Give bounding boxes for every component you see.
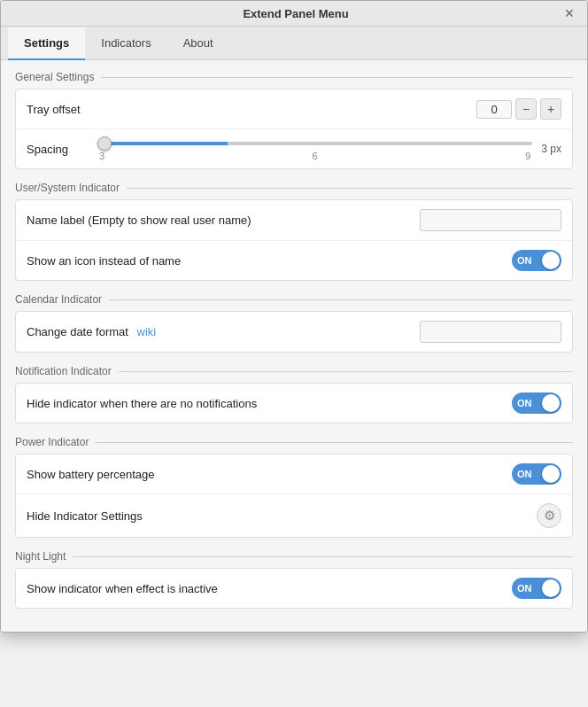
tabs-bar: Settings Indicators About: [1, 27, 587, 60]
tray-offset-input[interactable]: [476, 100, 512, 119]
tab-settings[interactable]: Settings: [8, 27, 85, 60]
general-settings-box: Tray offset − + Spacing: [15, 89, 573, 169]
app-window: Extend Panel Menu ✕ Settings Indicators …: [0, 0, 588, 633]
show-icon-toggle-track: ON: [512, 250, 561, 271]
tab-about[interactable]: About: [167, 27, 229, 60]
battery-toggle-track: ON: [512, 463, 561, 485]
notification-box: Hide indicator when there are no notific…: [15, 383, 573, 423]
show-inactive-toggle-track: ON: [512, 578, 561, 599]
tray-offset-row: Tray offset − +: [16, 89, 572, 129]
spacing-row: Spacing 3 6 9 3 px: [16, 129, 572, 168]
name-label-row: Name label (Empty to show real user name…: [16, 200, 572, 241]
power-section: Power Indicator Show battery percentage …: [15, 436, 573, 538]
slider-labels: 3 6 9: [97, 151, 532, 161]
spacing-slider[interactable]: [97, 142, 532, 145]
user-system-section: User/System Indicator Name label (Empty …: [15, 182, 573, 281]
show-inactive-toggle[interactable]: ON: [512, 578, 561, 599]
notification-header: Notification Indicator: [15, 365, 573, 377]
general-settings-header: General Settings: [15, 71, 573, 83]
close-button[interactable]: ✕: [562, 6, 576, 20]
tray-plus-button[interactable]: +: [540, 98, 561, 120]
battery-label: Show battery percentage: [27, 468, 512, 481]
hide-indicator-settings-row: Hide Indicator Settings ⚙: [16, 494, 572, 537]
date-format-row: Change date format wiki: [16, 312, 572, 352]
calendar-box: Change date format wiki: [15, 311, 573, 353]
tray-offset-label: Tray offset: [27, 103, 476, 116]
night-light-section: Night Light Show indicator when effect i…: [15, 550, 573, 609]
battery-toggle[interactable]: ON: [512, 463, 561, 485]
date-format-label: Change date format wiki: [27, 325, 420, 338]
spacing-value: 3 px: [541, 143, 561, 155]
power-header: Power Indicator: [15, 436, 573, 448]
window-title: Extend Panel Menu: [29, 7, 562, 20]
notification-section: Notification Indicator Hide indicator wh…: [15, 365, 573, 423]
calendar-header: Calendar Indicator: [15, 293, 573, 306]
show-icon-label: Show an icon instead of name: [27, 254, 512, 268]
show-inactive-row: Show indicator when effect is inactive O…: [16, 569, 572, 608]
night-light-box: Show indicator when effect is inactive O…: [15, 568, 573, 609]
hide-notification-toggle[interactable]: ON: [512, 392, 561, 414]
tray-minus-button[interactable]: −: [515, 98, 537, 120]
spacing-label: Spacing: [27, 143, 97, 156]
hide-notification-toggle-track: ON: [512, 392, 561, 414]
tab-indicators[interactable]: Indicators: [85, 27, 166, 60]
gear-icon: ⚙: [544, 508, 555, 524]
name-label-text: Name label (Empty to show real user name…: [27, 214, 420, 227]
user-system-box: Name label (Empty to show real user name…: [15, 199, 573, 281]
battery-row: Show battery percentage ON: [16, 454, 572, 494]
show-icon-toggle[interactable]: ON: [512, 250, 561, 271]
user-system-header: User/System Indicator: [15, 182, 573, 194]
date-format-input[interactable]: [420, 321, 561, 343]
show-inactive-label: Show indicator when effect is inactive: [27, 582, 512, 595]
tray-offset-controls: − +: [476, 98, 561, 120]
hide-indicator-settings-label: Hide Indicator Settings: [27, 509, 537, 523]
titlebar: Extend Panel Menu ✕: [1, 1, 587, 27]
calendar-section: Calendar Indicator Change date format wi…: [15, 293, 573, 353]
general-settings-section: General Settings Tray offset − + Spacing: [15, 71, 573, 169]
night-light-header: Night Light: [15, 550, 573, 563]
settings-content: General Settings Tray offset − + Spacing: [1, 60, 587, 632]
power-box: Show battery percentage ON Hide Indicato…: [15, 454, 573, 538]
hide-notification-label: Hide indicator when there are no notific…: [27, 397, 512, 410]
name-label-input[interactable]: [420, 209, 561, 231]
hide-notification-row: Hide indicator when there are no notific…: [16, 384, 572, 423]
show-icon-row: Show an icon instead of name ON: [16, 241, 572, 280]
wiki-link[interactable]: wiki: [137, 325, 157, 338]
gear-button[interactable]: ⚙: [537, 503, 561, 528]
